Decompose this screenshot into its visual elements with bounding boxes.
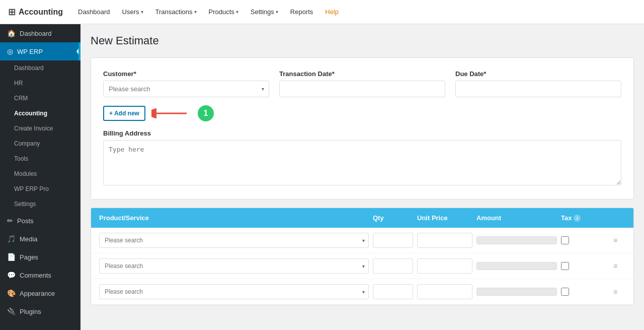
sidebar-item-posts[interactable]: ✏ Posts	[0, 212, 80, 230]
product-select-wrapper-2: ▾	[99, 258, 369, 274]
table-row: ▾ ≡	[91, 228, 633, 253]
annotation-arrow	[151, 106, 192, 121]
products-table-header: Product/Service Qty Unit Price Amount Ta…	[91, 208, 633, 228]
nav-users[interactable]: Users ▾	[117, 5, 148, 19]
qty-input-1[interactable]	[373, 233, 413, 248]
sidebar-item-settings-sub[interactable]: Settings	[0, 196, 80, 212]
table-row: ▾ ≡	[91, 253, 633, 279]
col-unit-price: Unit Price	[417, 214, 472, 222]
unit-price-input-3[interactable]	[417, 284, 472, 299]
unit-price-input-2[interactable]	[417, 258, 472, 274]
sidebar-item-tools[interactable]: Tools	[0, 151, 80, 166]
dashboard-icon: 🏠	[7, 29, 16, 37]
tax-checkbox-1[interactable]	[561, 236, 569, 244]
top-form-row: Customer* ▾ Transaction Date* Due Date*	[103, 70, 621, 97]
wp-erp-icon: ◎	[7, 47, 13, 55]
transaction-date-label: Transaction Date*	[279, 70, 445, 78]
sidebar-item-dashboard-sub[interactable]: Dashboard	[0, 60, 80, 76]
main-layout: 🏠 Dashboard ◎ WP ERP Dashboard HR CRM Ac…	[0, 24, 644, 330]
add-new-annotation-row: + Add new 1	[103, 105, 621, 121]
customer-label: Customer*	[103, 70, 269, 78]
billing-address-textarea[interactable]	[103, 140, 621, 185]
amount-field-1	[476, 236, 557, 244]
appearance-icon: 🎨	[7, 289, 16, 297]
sidebar-item-wp-erp-pro[interactable]: WP ERP Pro	[0, 181, 80, 196]
sidebar-item-hr[interactable]: HR	[0, 76, 80, 91]
add-new-button[interactable]: + Add new	[103, 106, 145, 121]
nav-products[interactable]: Products ▾	[204, 5, 244, 19]
nav-transactions[interactable]: Transactions ▾	[150, 5, 202, 19]
tax-info-icon[interactable]: i	[574, 215, 581, 222]
tax-checkbox-3[interactable]	[561, 288, 569, 296]
grid-icon: ⊞	[8, 7, 16, 18]
comments-icon: 💬	[7, 271, 16, 279]
customer-form-card: Customer* ▾ Transaction Date* Due Date*	[91, 57, 634, 200]
page-title: New Estimate	[91, 34, 634, 47]
qty-input-2[interactable]	[373, 258, 413, 274]
sidebar-item-crm[interactable]: CRM	[0, 91, 80, 106]
sidebar-item-plugins[interactable]: 🔌 Plugins	[0, 302, 80, 320]
sidebar-item-create-invoice[interactable]: Create Invoice	[0, 121, 80, 136]
product-search-3[interactable]	[99, 284, 369, 299]
col-product-service: Product/Service	[99, 214, 369, 222]
transaction-date-input[interactable]	[279, 81, 445, 97]
step-1-circle: 1	[198, 105, 214, 121]
customer-select-wrapper: ▾	[103, 81, 269, 97]
sidebar-item-pages[interactable]: 📄 Pages	[0, 248, 80, 266]
nav-reports[interactable]: Reports	[285, 5, 318, 19]
col-amount: Amount	[476, 214, 557, 222]
product-select-wrapper-1: ▾	[99, 233, 369, 248]
app-title: Accounting	[19, 8, 63, 17]
due-date-label: Due Date*	[455, 70, 621, 78]
admin-sidebar: 🏠 Dashboard ◎ WP ERP Dashboard HR CRM Ac…	[0, 24, 80, 330]
delete-row-1[interactable]: ≡	[605, 236, 625, 244]
col-actions	[605, 214, 625, 222]
sidebar-item-modules[interactable]: Modules	[0, 166, 80, 181]
nav-help[interactable]: Help	[320, 5, 344, 19]
content-area: New Estimate Customer* ▾ Transaction Dat…	[80, 24, 644, 330]
delete-row-3[interactable]: ≡	[605, 288, 625, 296]
table-row: ▾ ≡	[91, 279, 633, 305]
chevron-down-icon: ▾	[276, 9, 278, 15]
tax-checkbox-2[interactable]	[561, 262, 569, 270]
amount-field-2	[476, 262, 557, 270]
products-table-card: Product/Service Qty Unit Price Amount Ta…	[91, 208, 634, 305]
product-search-2[interactable]	[99, 258, 369, 274]
sidebar-item-dashboard-top[interactable]: 🏠 Dashboard	[0, 24, 80, 42]
sidebar-item-media[interactable]: 🎵 Media	[0, 230, 80, 248]
app-logo: ⊞ Accounting	[8, 7, 63, 18]
active-arrow	[76, 45, 80, 57]
top-nav: ⊞ Accounting Dashboard Users ▾ Transacti…	[0, 0, 644, 24]
product-search-1[interactable]	[99, 233, 369, 248]
plugins-icon: 🔌	[7, 307, 16, 315]
qty-input-3[interactable]	[373, 284, 413, 299]
unit-price-input-1[interactable]	[417, 233, 472, 248]
product-select-wrapper-3: ▾	[99, 284, 369, 299]
chevron-down-icon: ▾	[194, 9, 197, 15]
sidebar-item-comments[interactable]: 💬 Comments	[0, 266, 80, 284]
delete-row-2[interactable]: ≡	[605, 262, 625, 270]
transaction-date-group: Transaction Date*	[279, 70, 445, 97]
amount-field-3	[476, 288, 557, 296]
billing-address-label: Billing Address	[103, 129, 621, 137]
sidebar-item-wp-erp[interactable]: ◎ WP ERP	[0, 42, 80, 60]
pages-icon: 📄	[7, 253, 16, 261]
customer-input[interactable]	[103, 81, 269, 97]
customer-group: Customer* ▾	[103, 70, 269, 97]
col-qty: Qty	[373, 214, 413, 222]
due-date-input[interactable]	[455, 81, 621, 97]
chevron-down-icon: ▾	[141, 9, 143, 15]
sidebar-item-appearance[interactable]: 🎨 Appearance	[0, 284, 80, 302]
chevron-down-icon: ▾	[236, 9, 238, 15]
nav-settings[interactable]: Settings ▾	[246, 5, 283, 19]
posts-icon: ✏	[7, 217, 13, 225]
col-tax: Tax i	[561, 214, 601, 222]
media-icon: 🎵	[7, 235, 16, 243]
due-date-group: Due Date*	[455, 70, 621, 97]
sidebar-item-accounting[interactable]: Accounting	[0, 106, 80, 121]
billing-address-group: Billing Address	[103, 129, 621, 187]
nav-dashboard[interactable]: Dashboard	[73, 5, 115, 19]
sidebar-item-company[interactable]: Company	[0, 136, 80, 151]
